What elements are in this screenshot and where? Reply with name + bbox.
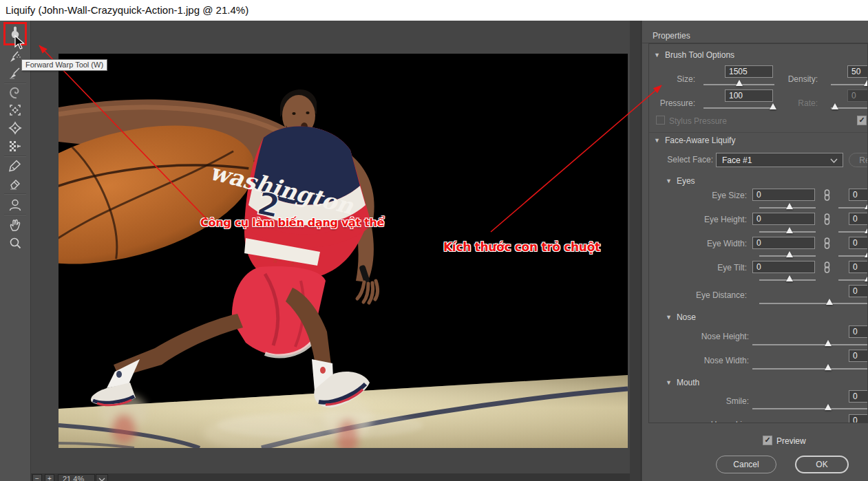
annotation-highlight-box: [3, 22, 27, 45]
freeze-mask-icon: [8, 158, 23, 173]
eye-size-left-slider[interactable]: [759, 207, 816, 209]
brush-pressure-input[interactable]: [725, 89, 773, 102]
link-icon[interactable]: [823, 213, 832, 225]
eye-distance-input[interactable]: [849, 285, 868, 297]
eye-width-left-slider[interactable]: [759, 255, 816, 257]
push-left-tool[interactable]: [6, 138, 25, 154]
upper-lip-input[interactable]: [849, 414, 868, 423]
density-label: Density:: [773, 74, 818, 84]
hand-tool[interactable]: [6, 217, 25, 233]
slider-thumb[interactable]: [825, 364, 832, 370]
eye-distance-slider[interactable]: [759, 303, 868, 304]
nose-section-header[interactable]: ▼Nose: [666, 312, 696, 322]
slider-thumb[interactable]: [826, 299, 833, 305]
pin-edges-checkbox[interactable]: ✓: [857, 116, 867, 125]
thaw-mask-tool[interactable]: [6, 175, 25, 192]
eye-width-label: Eye Width:: [649, 239, 747, 248]
nose-height-input[interactable]: [849, 325, 868, 338]
eye-height-right-input[interactable]: [849, 213, 868, 225]
select-face-dropdown[interactable]: Face #1: [716, 153, 843, 167]
brush-size-slider[interactable]: [703, 84, 774, 85]
eye-tilt-left-input[interactable]: [752, 261, 815, 273]
brush-density-slider[interactable]: [831, 84, 868, 85]
ok-button[interactable]: OK: [795, 456, 849, 473]
slider-thumb[interactable]: [786, 227, 793, 233]
eye-size-left-input[interactable]: [752, 189, 815, 201]
link-icon[interactable]: [823, 261, 832, 273]
size-label: Size:: [649, 74, 695, 84]
smile-input[interactable]: [849, 390, 868, 403]
eye-width-right-input[interactable]: [849, 237, 868, 249]
link-icon[interactable]: [823, 237, 832, 249]
eye-width-left-input[interactable]: [752, 237, 815, 249]
panel-divider: [630, 21, 642, 481]
window-title: Liquify (John-Wall-Crazyquick-Action-1.j…: [6, 4, 248, 16]
brush-density-input[interactable]: [847, 65, 868, 78]
eye-tilt-left-slider[interactable]: [759, 279, 816, 281]
face-aware-liquify-header[interactable]: ▼Face-Aware Liquify: [654, 136, 735, 145]
cancel-button[interactable]: Cancel: [716, 456, 776, 473]
zoom-in-button[interactable]: +: [45, 474, 54, 481]
minus-icon: −: [35, 475, 39, 481]
brush-size-input[interactable]: [725, 65, 773, 78]
eye-tilt-right-slider[interactable]: [838, 279, 868, 281]
zoom-out-button[interactable]: −: [32, 474, 42, 481]
slider-thumb[interactable]: [825, 404, 832, 410]
eye-height-left-slider[interactable]: [759, 231, 816, 233]
chevron-down-icon: [830, 158, 838, 164]
toolbar-divider: [4, 193, 26, 195]
slider-thumb[interactable]: [786, 275, 793, 281]
eye-size-right-slider[interactable]: [838, 207, 868, 209]
section-divider: [649, 132, 868, 133]
slider-thumb[interactable]: [736, 80, 743, 86]
check-icon: ✓: [764, 436, 770, 444]
hand-icon: [8, 217, 23, 233]
canvas-status-bar: [31, 473, 630, 481]
eye-size-label: Eye Size:: [649, 191, 747, 200]
brush-tool-options-header[interactable]: ▼Brush Tool Options: [654, 50, 734, 60]
twirl-clockwise-tool[interactable]: [6, 84, 25, 100]
annotation-text-tool: Công cụ làm biến dạng vật thể: [200, 216, 384, 229]
stylus-pressure-checkbox[interactable]: [656, 116, 665, 125]
eye-height-right-slider[interactable]: [838, 231, 868, 233]
slider-thumb[interactable]: [865, 203, 868, 209]
title-bar: Liquify (John-Wall-Crazyquick-Action-1.j…: [0, 0, 868, 21]
slider-thumb[interactable]: [832, 103, 838, 109]
triangle-down-icon: ▼: [666, 379, 672, 386]
mouth-section-header[interactable]: ▼Mouth: [666, 378, 699, 387]
brush-pressure-slider[interactable]: [703, 107, 774, 109]
nose-width-input[interactable]: [849, 350, 868, 362]
bloat-tool[interactable]: [6, 120, 25, 136]
svg-text:★: ★: [289, 259, 297, 268]
eye-size-right-input[interactable]: [849, 189, 868, 201]
slider-thumb[interactable]: [786, 203, 793, 209]
eye-width-right-slider[interactable]: [838, 255, 868, 257]
smile-slider[interactable]: [752, 408, 868, 409]
slider-thumb[interactable]: [865, 227, 868, 233]
nose-height-slider[interactable]: [752, 344, 868, 345]
slider-thumb[interactable]: [864, 80, 868, 86]
reset-face-button[interactable]: Reset: [849, 153, 868, 167]
slider-thumb[interactable]: [786, 251, 793, 257]
zoom-tool[interactable]: [6, 235, 25, 251]
nose-width-slider[interactable]: [752, 368, 868, 370]
preview-checkbox[interactable]: ✓: [763, 436, 772, 445]
properties-scroll-box[interactable]: ▼Brush Tool Options Size: Density: Press…: [648, 43, 868, 423]
check-icon: ✓: [858, 116, 865, 124]
slider-thumb[interactable]: [865, 251, 868, 257]
pucker-tool[interactable]: [6, 102, 25, 118]
eye-tilt-right-input[interactable]: [849, 261, 868, 273]
slider-thumb[interactable]: [865, 275, 868, 281]
face-tool[interactable]: [6, 197, 25, 213]
preview-label: Preview: [776, 436, 806, 446]
brush-rate-input[interactable]: [847, 89, 868, 102]
eye-height-left-input[interactable]: [752, 213, 815, 225]
slider-thumb[interactable]: [825, 340, 832, 346]
zoom-level-dropdown[interactable]: [96, 474, 108, 481]
brush-rate-slider[interactable]: [831, 107, 868, 109]
zoom-level-value[interactable]: 21.4%: [58, 474, 95, 481]
freeze-mask-tool[interactable]: [6, 158, 25, 174]
eyes-section-header[interactable]: ▼Eyes: [666, 176, 695, 186]
link-icon[interactable]: [823, 189, 832, 201]
properties-title: Properties: [653, 31, 690, 41]
